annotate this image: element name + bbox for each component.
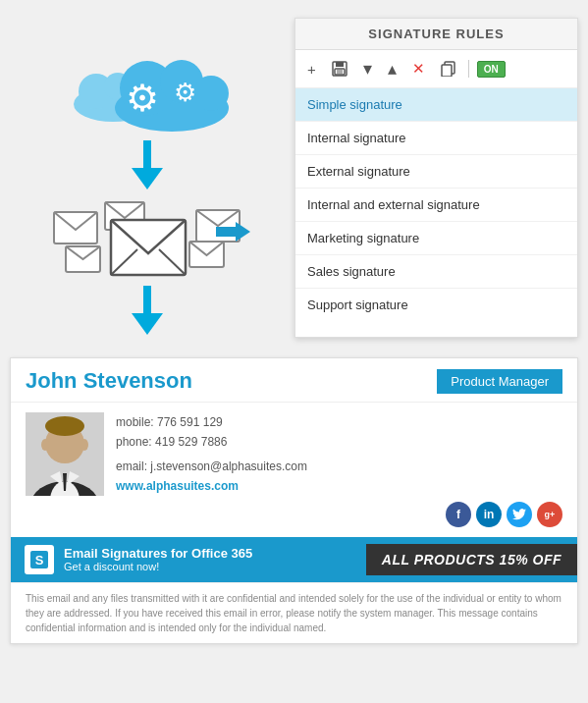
save-icon [332, 61, 347, 77]
svg-rect-20 [216, 227, 236, 237]
sig-contact: mobile: 776 591 129 phone: 419 529 7886 … [116, 412, 562, 497]
sig-photo [26, 412, 104, 496]
banner-text: Email Signatures for Office 365 Get a di… [64, 546, 252, 572]
svg-marker-19 [236, 222, 250, 242]
sig-banner: S Email Signatures for Office 365 Get a … [11, 537, 577, 582]
rule-item[interactable]: Sales signature [295, 255, 577, 289]
twitter-bird-icon [512, 509, 526, 520]
copy-icon [441, 61, 456, 77]
cloud-illustration: ⚙ ⚙ [59, 27, 255, 135]
svg-rect-16 [111, 220, 186, 275]
delete-button[interactable]: ✕ [408, 58, 429, 80]
banner-sub: Get a discount now! [64, 561, 252, 572]
sig-contact-right: mobile: 776 591 129 phone: 419 529 7886 … [116, 412, 562, 527]
rule-item[interactable]: Marketing signature [295, 222, 577, 255]
facebook-icon[interactable]: f [446, 502, 471, 527]
banner-icon: S [25, 545, 54, 574]
svg-point-6 [193, 76, 229, 111]
person-avatar [26, 412, 104, 496]
googleplus-icon[interactable]: g+ [537, 502, 562, 527]
rule-item[interactable]: Support signature [295, 289, 577, 321]
arrow-down-2 [132, 286, 163, 338]
signature-preview: John Stevenson Product Manager [10, 357, 578, 644]
email-group [44, 192, 250, 286]
rule-item[interactable]: Internal signature [295, 122, 577, 155]
rule-item[interactable]: External signature [295, 155, 577, 189]
copy-button[interactable] [437, 59, 460, 79]
toggle-button[interactable]: ON [477, 61, 506, 78]
rules-panel: SIGNATURE RULES + ▾ ▴ ✕ ON [294, 18, 578, 338]
twitter-icon[interactable] [507, 502, 532, 527]
svg-rect-28 [442, 65, 452, 77]
save-button[interactable] [328, 59, 351, 79]
sig-header: John Stevenson Product Manager [11, 358, 577, 403]
svg-point-35 [41, 439, 49, 451]
social-icons: f in g+ [116, 502, 562, 527]
svg-marker-10 [132, 168, 163, 189]
rule-item[interactable]: Simple signature [295, 88, 577, 122]
svg-text:S: S [35, 553, 44, 568]
toolbar-separator [468, 60, 469, 78]
svg-text:⚙: ⚙ [126, 78, 159, 119]
rules-panel-title: SIGNATURE RULES [295, 19, 577, 50]
move-up-button[interactable]: ▴ [384, 56, 401, 81]
banner-promo: ALL PRODUCTS 15% OFF [366, 544, 577, 575]
sig-title: Product Manager [437, 369, 562, 394]
sig-email: email: j.stevenson@alphasuites.com [116, 457, 562, 476]
svg-point-36 [80, 439, 88, 451]
svg-text:⚙: ⚙ [174, 78, 196, 107]
svg-rect-24 [336, 62, 344, 67]
sig-name: John Stevenson [26, 368, 192, 394]
svg-rect-26 [337, 70, 343, 74]
toolbar: + ▾ ▴ ✕ ON [295, 50, 577, 88]
linkedin-icon[interactable]: in [476, 502, 502, 527]
sig-body: mobile: 776 591 129 phone: 419 529 7886 … [11, 403, 577, 537]
svg-point-34 [45, 416, 84, 436]
rule-item[interactable]: Internal and external signature [295, 189, 577, 222]
sig-mobile: mobile: 776 591 129 [116, 412, 562, 432]
banner-title: Email Signatures for Office 365 [64, 546, 252, 561]
move-down-button[interactable]: ▾ [359, 56, 376, 81]
svg-marker-22 [132, 313, 163, 335]
office365-icon: S [28, 549, 50, 570]
arrow-down-1 [132, 140, 163, 192]
rule-list: Simple signature Internal signature Exte… [295, 88, 577, 321]
cloud-group: ⚙ ⚙ [59, 27, 236, 135]
sig-phone: phone: 419 529 7886 [116, 432, 562, 452]
add-button[interactable]: + [303, 59, 320, 80]
sig-disclaimer: This email and any files transmitted wit… [11, 582, 577, 643]
banner-left: S Email Signatures for Office 365 Get a … [11, 537, 366, 582]
illustration: ⚙ ⚙ [10, 18, 285, 338]
sig-website: www.alphasuites.com [116, 476, 562, 496]
